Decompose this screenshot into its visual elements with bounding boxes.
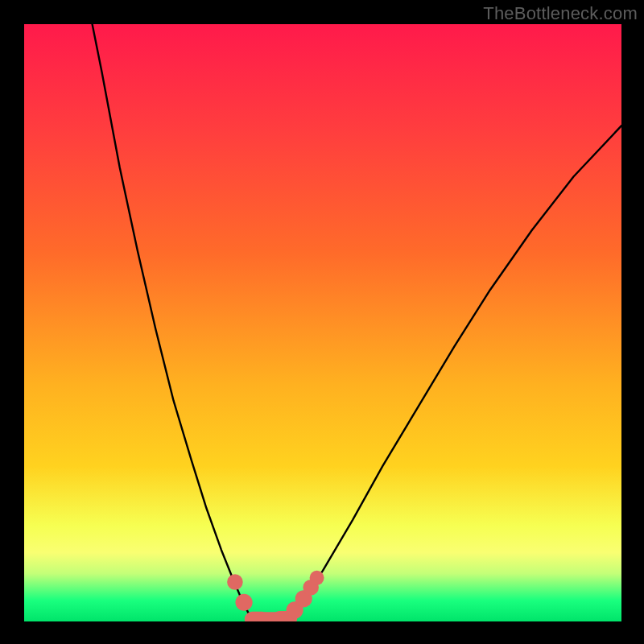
outer-frame: TheBottleneck.com (0, 0, 644, 644)
svg-rect-0 (24, 24, 621, 621)
svg-point-9 (310, 571, 324, 585)
svg-point-2 (235, 594, 252, 611)
chart-svg (24, 24, 621, 621)
watermark-text: TheBottleneck.com (483, 3, 638, 24)
svg-point-1 (227, 574, 243, 590)
chart-plot-area (24, 24, 621, 621)
